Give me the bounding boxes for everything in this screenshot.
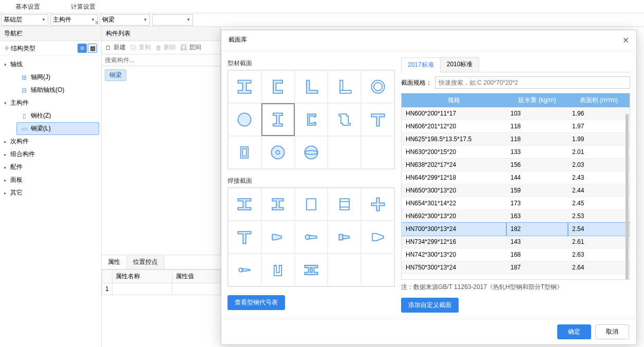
table-row[interactable]: HN654*301*14*221732.45 <box>402 197 630 210</box>
tree-axis[interactable]: ▾轴线 <box>0 58 101 71</box>
component-chip[interactable]: 钢梁 <box>105 69 126 81</box>
tree-steel-beam[interactable]: ▭钢梁(L) <box>16 122 99 135</box>
table-row[interactable]: HN600*200*11*171031.96 <box>402 107 630 120</box>
table-row[interactable]: HN750*300*13*241872.64 <box>402 261 630 274</box>
shape-welded-u[interactable] <box>261 254 295 286</box>
delete-button[interactable]: 🗑删除 <box>155 43 176 52</box>
shape-z-section[interactable] <box>328 103 361 136</box>
shape-welded-box2[interactable] <box>328 188 361 221</box>
tree-secondary[interactable]: ▸次构件 <box>0 135 101 148</box>
close-icon[interactable]: ✕ <box>94 20 99 26</box>
svg-rect-10 <box>340 199 349 210</box>
col-attr-val: 属性值 <box>173 270 221 283</box>
close-icon[interactable]: ✕ <box>622 35 629 45</box>
section-data-table: 规格 延米重 (kg/m) 表面积 (m²/m) HN600*200*11*17… <box>402 93 630 274</box>
tree-parts[interactable]: ▸配件 <box>0 161 101 174</box>
shape-angle[interactable] <box>295 70 328 103</box>
shape-i-beam-narrow[interactable] <box>261 103 295 136</box>
shape-welded-tee[interactable] <box>228 221 261 254</box>
grid-icon: ⊞ <box>21 74 28 81</box>
shape-pipe[interactable] <box>361 70 394 103</box>
search-input[interactable] <box>102 54 220 66</box>
property-panel: 属性 位置控点 属性名称属性值 1 <box>102 255 221 347</box>
tab-attributes[interactable]: 属性 <box>102 255 127 269</box>
column-icon: ▯ <box>21 112 28 120</box>
filter-category[interactable]: 主构件▼ <box>50 14 98 26</box>
struct-type-label: 结构类型 <box>11 45 35 52</box>
table-row[interactable]: HN692*300*13*201632.53 <box>402 210 630 223</box>
ok-button[interactable]: 确定 <box>557 324 591 339</box>
shape-c-channel[interactable] <box>295 103 328 136</box>
shape-welded-i2[interactable] <box>261 188 295 221</box>
svg-rect-4 <box>243 149 247 156</box>
shape-i-beam-wide[interactable] <box>228 70 261 103</box>
tree-steel-col[interactable]: ▯钢柱(Z) <box>14 109 101 122</box>
tree-composite[interactable]: ▸组合构件 <box>0 148 101 161</box>
layer-button[interactable]: ⿴层间 <box>180 43 201 52</box>
new-icon: 🗋 <box>105 44 112 51</box>
tab-position[interactable]: 位置控点 <box>127 255 164 269</box>
tree-aux-axis[interactable]: ⊟辅助轴线(O) <box>14 84 101 97</box>
table-row[interactable]: HN650*300*13*201592.44 <box>402 184 630 197</box>
filter-type[interactable]: 钢梁▼ <box>100 14 150 26</box>
shape-empty <box>328 136 361 169</box>
view-steel-code-button[interactable]: 查看型钢代号表 <box>228 295 285 310</box>
tree-main[interactable]: ▾主构件 <box>0 97 101 109</box>
svg-point-2 <box>238 113 251 126</box>
tree-grid[interactable]: ⊞轴网(J) <box>14 71 101 84</box>
col-area: 表面积 (m²/m) <box>568 93 630 107</box>
table-row[interactable]: HN638*202*17*241562.03 <box>402 159 630 171</box>
shape-solid-circle[interactable] <box>228 103 261 136</box>
shape-ring[interactable] <box>261 136 295 169</box>
view-list-icon[interactable]: ≡ <box>78 44 87 53</box>
chevron-down-icon: ▼ <box>143 17 147 22</box>
filter-level[interactable]: 基础层▼ <box>1 14 48 26</box>
spec-search-input[interactable] <box>435 76 630 89</box>
shape-welded-box[interactable] <box>295 188 328 221</box>
add-custom-section-button[interactable]: 添加自定义截面 <box>401 298 459 313</box>
dialog-title: 截面库 <box>229 35 247 45</box>
shape-welded-cone4[interactable] <box>361 221 394 254</box>
beam-icon: ▭ <box>21 125 28 132</box>
shape-welded-cone3[interactable] <box>328 221 361 254</box>
table-row[interactable]: HN630*200*15*201332.01 <box>402 146 630 159</box>
nav-title: 导航栏 <box>0 27 101 41</box>
copy-button[interactable]: ⿻复制 <box>130 43 151 52</box>
table-row[interactable]: HN700*300*13*241822.54 <box>402 223 630 236</box>
shape-welded-cross[interactable] <box>361 188 394 221</box>
shape-welded-i[interactable] <box>228 188 261 221</box>
shape-sphere[interactable] <box>295 136 328 169</box>
table-row[interactable]: HN734*299*12*161432.61 <box>402 236 630 248</box>
tab-calc[interactable]: 计算设置 <box>55 0 111 13</box>
filter-empty[interactable]: ▼ <box>152 14 193 26</box>
shape-tee[interactable] <box>361 103 394 136</box>
shape-channel[interactable] <box>261 70 295 103</box>
tab-2010-standard[interactable]: 2010标准 <box>440 57 480 72</box>
new-button[interactable]: 🗋新建 <box>105 43 126 52</box>
shape-rect-tube[interactable] <box>228 136 261 169</box>
shape-welded-cone2[interactable] <box>295 221 328 254</box>
tab-2017-standard[interactable]: 2017标准 <box>401 57 441 72</box>
shape-empty <box>361 254 394 286</box>
cancel-button[interactable]: 取消 <box>595 324 629 339</box>
struct-type-row: ✛ 结构类型 ≡ ▦ <box>0 41 101 56</box>
shape-angle-rev[interactable] <box>328 70 361 103</box>
table-row[interactable]: HN646*299*12*181442.43 <box>402 171 630 184</box>
table-row[interactable]: HN606*201*12*201181.97 <box>402 120 630 133</box>
shape-welded-cone1[interactable] <box>261 221 295 254</box>
plus-icon: ✛ <box>4 45 9 52</box>
table-row[interactable]: 1 <box>102 283 221 295</box>
view-grid-icon[interactable]: ▦ <box>88 44 97 53</box>
table-row[interactable]: HN625*198.5*13.5*17.51181.99 <box>402 133 630 146</box>
copy-icon: ⿻ <box>130 44 137 51</box>
scrollbar-thumb[interactable] <box>626 114 629 280</box>
table-row[interactable]: HN742*300*13*201682.63 <box>402 248 630 261</box>
sidebar: ✕ 导航栏 ✛ 结构类型 ≡ ▦ ▾轴线 ⊞轴网(J) ⊟辅助轴线(O) ▾主构… <box>0 27 102 347</box>
tree-panel[interactable]: ▸面板 <box>0 174 101 186</box>
tree-other[interactable]: ▸其它 <box>0 186 101 199</box>
welded-shape-grid <box>228 187 395 287</box>
shape-welded-cone5[interactable] <box>228 254 261 286</box>
tab-basic[interactable]: 基本设置 <box>0 0 55 13</box>
collapse-icon: ▾ <box>4 62 8 67</box>
shape-welded-double-i[interactable] <box>295 254 328 286</box>
